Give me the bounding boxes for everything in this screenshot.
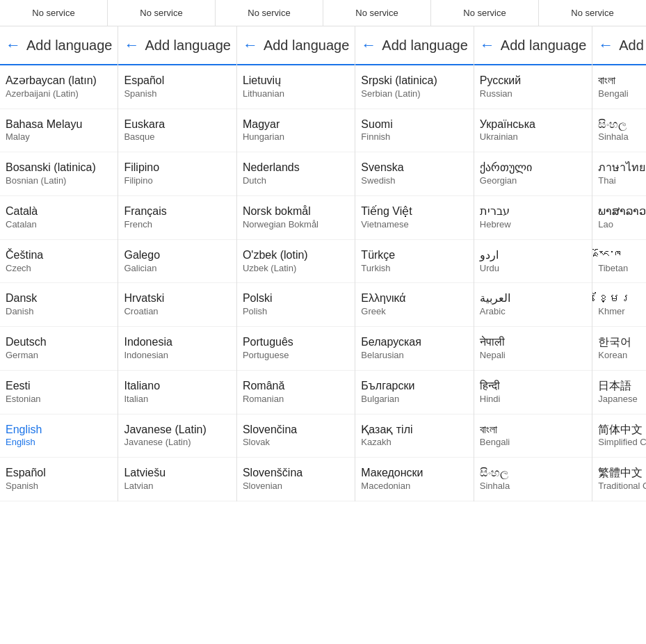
list-item[interactable]: SuomiFinnish	[355, 109, 473, 153]
list-item[interactable]: ΕλληνικάGreek	[355, 283, 473, 327]
list-item[interactable]: العربيةArabic	[474, 283, 592, 327]
lang-english-name: Swedish	[361, 175, 467, 187]
list-item[interactable]: 简体中文Simplified Chinese	[592, 414, 646, 458]
list-item[interactable]: Azərbaycan (latın)Azerbaijani (Latin)	[0, 65, 118, 109]
lang-english-name: Galician	[124, 263, 230, 275]
back-arrow-icon[interactable]: ←	[124, 36, 139, 54]
list-item[interactable]: नेपालीNepali	[474, 327, 592, 371]
list-item[interactable]: O'zbek (lotin)Uzbek (Latin)	[237, 240, 355, 284]
lang-native-name: Română	[243, 379, 349, 394]
lang-english-name: Japanese	[598, 394, 646, 405]
list-item[interactable]: DeutschGerman	[0, 327, 118, 371]
lang-english-name: Sinhala	[598, 131, 646, 143]
list-item[interactable]: Bosanski (latinica)Bosnian (Latin)	[0, 152, 118, 196]
list-item[interactable]: ภาษาไทยThai	[592, 152, 646, 196]
list-item[interactable]: සිංහලSinhala	[592, 109, 646, 153]
list-item[interactable]: IndonesiaIndonesian	[118, 327, 236, 371]
list-item[interactable]: PortuguêsPortuguese	[237, 327, 355, 371]
list-item[interactable]: MagyarHungarian	[237, 109, 355, 153]
list-item[interactable]: 한국어Korean	[592, 327, 646, 371]
back-arrow-icon[interactable]: ←	[243, 36, 258, 54]
list-item[interactable]: EnglishEnglish	[0, 414, 118, 458]
lang-native-name: Bahasa Melayu	[6, 118, 112, 132]
list-item[interactable]: 日本語Japanese	[592, 371, 646, 414]
lang-native-name: Italiano	[124, 379, 230, 394]
status-segment-5: No service	[431, 0, 539, 26]
list-item[interactable]: EspañolSpanish	[0, 458, 118, 501]
lang-english-name: Hungarian	[243, 131, 349, 143]
back-arrow-icon[interactable]: ←	[6, 36, 21, 54]
list-item[interactable]: རྫོང་ཁTibetan	[592, 240, 646, 284]
list-item[interactable]: HrvatskiCroatian	[118, 283, 236, 327]
lang-english-name: Thai	[598, 175, 646, 187]
lang-english-name: Finnish	[361, 131, 467, 143]
list-item[interactable]: FrançaisFrench	[118, 196, 236, 240]
list-item[interactable]: LietuviųLithuanian	[237, 65, 355, 109]
list-item[interactable]: हिन्दीHindi	[474, 371, 592, 414]
list-item[interactable]: Tiếng ViệtVietnamese	[355, 196, 473, 240]
list-item[interactable]: SlovenščinaSlovenian	[237, 458, 355, 501]
list-item[interactable]: Srpski (latinica)Serbian (Latin)	[355, 65, 473, 109]
status-bar: No service No service No service No serv…	[0, 0, 646, 26]
lang-english-name: Arabic	[480, 306, 586, 318]
lang-list-5: РусскийRussianУкраїнськаUkrainianქართული…	[474, 65, 592, 501]
list-item[interactable]: CatalàCatalan	[0, 196, 118, 240]
back-arrow-icon[interactable]: ←	[361, 36, 376, 54]
list-item[interactable]: ČeštinaCzech	[0, 240, 118, 284]
lang-english-name: Macedonian	[361, 481, 467, 492]
list-item[interactable]: සිංහලSinhala	[474, 458, 592, 501]
panel-2: ←Add languageEspañolSpanishEuskaraBasque…	[118, 26, 236, 501]
lang-native-name: Polski	[243, 291, 349, 306]
lang-english-name: Belarusian	[361, 350, 467, 362]
lang-english-name: Ukrainian	[480, 131, 586, 143]
list-item[interactable]: বাংলাBengali	[474, 414, 592, 458]
back-arrow-icon[interactable]: ←	[598, 36, 613, 54]
list-item[interactable]: GalegoGalician	[118, 240, 236, 284]
list-item[interactable]: TürkçeTurkish	[355, 240, 473, 284]
lang-english-name: Indonesian	[124, 350, 230, 362]
lang-english-name: Spanish	[124, 88, 230, 100]
list-item[interactable]: БългарскиBulgarian	[355, 371, 473, 414]
lang-english-name: Korean	[598, 350, 646, 362]
list-item[interactable]: РусскийRussian	[474, 65, 592, 109]
list-item[interactable]: Қазақ тіліKazakh	[355, 414, 473, 458]
list-item[interactable]: EspañolSpanish	[118, 65, 236, 109]
list-item[interactable]: 繁體中文Traditional Chinese	[592, 458, 646, 501]
lang-english-name: Malay	[6, 131, 112, 143]
lang-native-name: Русский	[480, 74, 586, 88]
list-item[interactable]: Javanese (Latin)Javanese (Latin)	[118, 414, 236, 458]
panel-title: Add language	[501, 38, 586, 54]
lang-native-name: Tiếng Việt	[361, 204, 467, 219]
list-item[interactable]: ItalianoItalian	[118, 371, 236, 414]
list-item[interactable]: LatviešuLatvian	[118, 458, 236, 501]
list-item[interactable]: SvenskaSwedish	[355, 152, 473, 196]
lang-english-name: Polish	[243, 306, 349, 318]
list-item[interactable]: বাংলাBengali	[592, 65, 646, 109]
lang-english-name: Czech	[6, 263, 112, 275]
list-item[interactable]: RomânăRomanian	[237, 371, 355, 414]
list-item[interactable]: ខ្មែរKhmer	[592, 283, 646, 327]
list-item[interactable]: DanskDanish	[0, 283, 118, 327]
list-item[interactable]: EuskaraBasque	[118, 109, 236, 153]
list-item[interactable]: УкраїнськаUkrainian	[474, 109, 592, 153]
list-item[interactable]: EestiEstonian	[0, 371, 118, 414]
list-item[interactable]: اردوUrdu	[474, 240, 592, 284]
list-item[interactable]: NederlandsDutch	[237, 152, 355, 196]
list-item[interactable]: PolskiPolish	[237, 283, 355, 327]
list-item[interactable]: МакедонскиMacedonian	[355, 458, 473, 501]
panel-title: Add language	[26, 38, 112, 54]
list-item[interactable]: ພາສາລາວLao	[592, 196, 646, 240]
list-item[interactable]: Norsk bokmålNorwegian Bokmål	[237, 196, 355, 240]
lang-english-name: Portuguese	[243, 350, 349, 362]
list-item[interactable]: FilipinoFilipino	[118, 152, 236, 196]
list-item[interactable]: ქართულიGeorgian	[474, 152, 592, 196]
lang-english-name: Slovak	[243, 437, 349, 449]
lang-english-name: Bulgarian	[361, 394, 467, 405]
list-item[interactable]: עבריתHebrew	[474, 196, 592, 240]
list-item[interactable]: SlovenčinaSlovak	[237, 414, 355, 458]
list-item[interactable]: БеларускаяBelarusian	[355, 327, 473, 371]
back-arrow-icon[interactable]: ←	[480, 36, 495, 54]
list-item[interactable]: Bahasa MelayuMalay	[0, 109, 118, 153]
lang-native-name: Magyar	[243, 118, 349, 132]
lang-native-name: Javanese (Latin)	[124, 423, 230, 437]
